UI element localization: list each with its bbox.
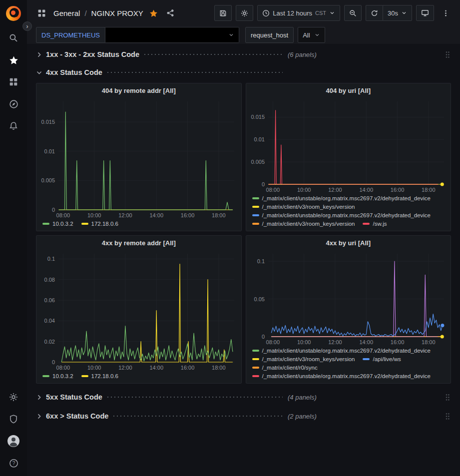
sidebar-item-dashboards[interactable] [0, 71, 27, 93]
legend-item[interactable]: /_matrix/client/unstable/org.matrix.msc2… [252, 195, 431, 201]
refresh-interval-label: 30s [388, 9, 398, 17]
svg-text:0: 0 [52, 359, 55, 365]
legend-series-label: /_matrix/client/r0/sync [262, 365, 318, 371]
breadcrumb-dashboard-title[interactable]: NGINX PROXY [91, 9, 143, 17]
legend-item[interactable]: /_matrix/client/r0/sync [252, 365, 318, 371]
refresh-interval-dropdown[interactable]: 30s [383, 5, 412, 21]
legend-item[interactable]: 10.0.3.2 [42, 221, 73, 227]
time-range-label: Last 12 hours [273, 9, 312, 17]
legend-item[interactable]: /_matrix/client/v3/room_keys/version [252, 356, 355, 362]
legend-item[interactable]: /sw.js [363, 221, 387, 227]
sidebar-item-configuration[interactable] [0, 386, 27, 408]
legend-series-swatch [252, 367, 259, 369]
grafana-logo-icon [6, 6, 21, 21]
sidebar-item-starred[interactable] [0, 49, 27, 71]
legend-item[interactable]: /_matrix/client/v3/room_keys/version [252, 204, 355, 210]
share-icon[interactable] [164, 5, 176, 20]
svg-text:18:00: 18:00 [212, 212, 226, 218]
legend-series-swatch [252, 197, 259, 199]
svg-text:08:00: 08:00 [56, 365, 70, 371]
datasource-variable-select[interactable] [105, 27, 239, 43]
dashboard-settings-button[interactable] [236, 5, 253, 21]
chevron-right-icon [36, 413, 46, 420]
refresh-icon [371, 9, 378, 17]
panel-legend: /_matrix/client/unstable/org.matrix.msc2… [246, 194, 451, 231]
panel-title[interactable]: 4xx by remote addr [All] [36, 236, 241, 250]
save-icon [219, 9, 227, 17]
legend-item[interactable]: /_matrix/client/unstable/org.matrix.msc2… [252, 212, 431, 218]
svg-text:0.02: 0.02 [44, 339, 55, 345]
svg-text:0.05: 0.05 [254, 296, 264, 302]
kebab-menu-button[interactable] [438, 5, 453, 20]
row-drag-handle-icon[interactable] [444, 393, 451, 402]
datasource-variable-label: DS_PROMETHEUS [36, 27, 105, 43]
dashboard-submenu: DS_PROMETHEUS request_host All [27, 26, 460, 44]
refresh-button[interactable] [366, 5, 383, 21]
legend-item[interactable]: 172.18.0.6 [81, 373, 118, 379]
legend-series-swatch [363, 358, 370, 360]
svg-text:0: 0 [261, 334, 264, 340]
legend-series-label: /_matrix/client/v3/room_keys/version [262, 221, 355, 227]
panel-chart[interactable]: 08:0010:0012:0014:0016:0018:0000.0050.01… [36, 97, 241, 220]
legend-item[interactable]: /_matrix/client/unstable/org.matrix.msc2… [252, 373, 431, 379]
search-icon [9, 33, 18, 42]
zoom-out-button[interactable] [344, 5, 362, 21]
row-1xx-3xx-2xx[interactable]: 1xx - 3xx - 2xx Status Code (6 panels) [36, 47, 451, 62]
time-range-picker[interactable]: Last 12 hours CST [257, 5, 340, 21]
sidebar-item-search[interactable] [0, 27, 27, 49]
favorite-star-icon[interactable] [148, 5, 160, 20]
legend-item[interactable]: 10.0.3.2 [42, 373, 73, 379]
shield-icon [9, 415, 18, 424]
panel-legend: 10.0.3.2172.18.0.6 [36, 372, 241, 383]
dashboard-panel: 4xx by remote addr [All] 08:0010:0012:00… [36, 235, 242, 384]
svg-text:0.06: 0.06 [44, 297, 55, 303]
svg-text:0.04: 0.04 [44, 318, 55, 324]
panel-grid: 404 by remote addr [All] 08:0010:0012:00… [36, 83, 451, 384]
legend-series-label: /_matrix/client/v3/room_keys/version [262, 204, 355, 210]
svg-text:?: ? [12, 461, 15, 466]
legend-series-label: /api/live/ws [373, 356, 401, 362]
svg-text:14:00: 14:00 [359, 187, 373, 193]
row-5xx[interactable]: 5xx Status Code (4 panels) [36, 390, 451, 405]
legend-item[interactable]: /api/live/ws [363, 356, 401, 362]
row-4xx[interactable]: 4xx Status Code [36, 65, 451, 80]
sidebar-item-explore[interactable] [0, 93, 27, 115]
svg-text:0.1: 0.1 [257, 258, 264, 264]
legend-item[interactable]: /_matrix/client/unstable/org.matrix.msc2… [252, 348, 431, 354]
variable-datasource: DS_PROMETHEUS [36, 27, 239, 43]
sidebar-expand-button[interactable]: › [22, 21, 32, 31]
row-dots-filler [113, 416, 283, 417]
sidebar-item-profile[interactable] [0, 430, 27, 452]
panel-title[interactable]: 404 by remote addr [All] [36, 83, 241, 97]
legend-series-label: 172.18.0.6 [91, 221, 118, 227]
panel-chart[interactable]: 08:0010:0012:0014:0016:0018:0000.050.1 [246, 250, 451, 347]
request-host-variable-select[interactable]: All [298, 27, 325, 43]
legend-series-label: /sw.js [373, 221, 387, 227]
tv-mode-button[interactable] [416, 5, 434, 21]
row-drag-handle-icon[interactable] [444, 412, 451, 421]
zoom-out-icon [349, 9, 357, 17]
chevron-down-icon [228, 32, 234, 38]
panel-title[interactable]: 404 by uri [All] [246, 83, 451, 97]
panel-chart[interactable]: 08:0010:0012:0014:0016:0018:0000.020.040… [36, 250, 241, 372]
svg-text:12:00: 12:00 [328, 339, 342, 345]
apps-grid-icon[interactable] [34, 5, 49, 20]
sidebar-item-alerting[interactable] [0, 115, 27, 137]
breadcrumb-section[interactable]: General [53, 9, 80, 17]
svg-text:0.015: 0.015 [41, 119, 55, 125]
legend-series-label: /_matrix/client/unstable/org.matrix.msc2… [262, 373, 431, 379]
panel-chart[interactable]: 08:0010:0012:0014:0016:0018:0000.0050.01… [246, 97, 451, 194]
svg-text:0.01: 0.01 [44, 148, 55, 154]
legend-item[interactable]: 172.18.0.6 [81, 221, 118, 227]
row-panel-count: (4 panels) [288, 394, 317, 401]
save-dashboard-button[interactable] [214, 5, 232, 21]
sidebar: ? [0, 0, 27, 476]
gear-icon [9, 393, 18, 402]
row-6xx[interactable]: 6xx > Status Code (2 panels) [36, 409, 451, 424]
legend-item[interactable]: /_matrix/client/v3/room_keys/version [252, 221, 355, 227]
sidebar-item-help[interactable]: ? [0, 452, 27, 474]
sidebar-item-server-admin[interactable] [0, 408, 27, 430]
panel-title[interactable]: 4xx by uri [All] [246, 236, 451, 250]
row-drag-handle-icon[interactable] [444, 50, 451, 59]
svg-text:0.08: 0.08 [44, 277, 55, 283]
